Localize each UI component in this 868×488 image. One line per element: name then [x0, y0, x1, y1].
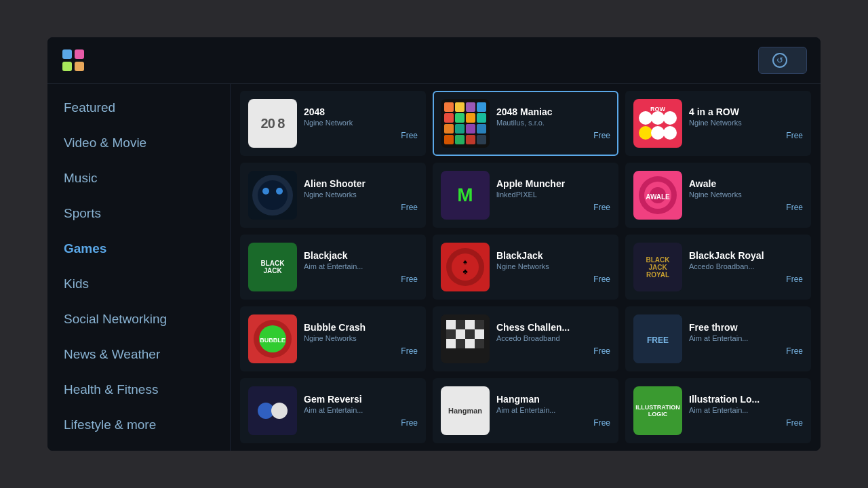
app-developer: Ngine Network — [304, 119, 418, 127]
svg-rect-1 — [75, 49, 84, 59]
app-price: Free — [496, 203, 610, 212]
app-card-app-blackjack-royal[interactable]: BLACKJACKROYAL BlackJack Royal Accedo Br… — [625, 235, 811, 300]
sidebar: FeaturedVideo & MovieMusicSportsGamesKid… — [47, 84, 231, 451]
app-developer: Mautilus, s.r.o. — [496, 119, 610, 127]
app-info: Apple Muncher linkedPIXEL Free — [496, 178, 610, 212]
app-info: 4 in a ROW Ngine Networks Free — [689, 106, 803, 140]
svg-text:ROW: ROW — [650, 106, 666, 113]
app-info: Free throw Aim at Entertain... Free — [689, 322, 803, 356]
app-price: Free — [304, 346, 418, 356]
svg-rect-35 — [446, 339, 456, 348]
svg-rect-32 — [456, 329, 465, 339]
app-price: Free — [304, 131, 418, 140]
app-card-app-alien[interactable]: Alien Shooter Ngine Networks Free — [240, 163, 426, 228]
app-card-app-blackjack-red[interactable]: ♠♣ BlackJack Ngine Networks Free — [433, 235, 618, 300]
svg-rect-2 — [62, 62, 72, 71]
app-card-app-hangman[interactable]: Hangman Hangman Aim at Entertain... Free — [433, 378, 618, 443]
sidebar-item-lifestyle[interactable]: Lifestyle & more — [47, 408, 230, 442]
app-developer: Ngine Networks — [496, 262, 610, 270]
app-card-app-blackjack-green[interactable]: BLACKJACK Blackjack Aim at Entertain... … — [240, 235, 426, 300]
apps-grid: 20 8 2048 Ngine Network Free 2048 Maniac… — [240, 91, 811, 443]
svg-point-9 — [663, 126, 677, 140]
app-card-app-freethrow[interactable]: FREE Free throw Aim at Entertain... Free — [625, 306, 811, 371]
app-price: Free — [304, 418, 418, 428]
app-price: Free — [689, 346, 803, 356]
app-card-app-illustration[interactable]: ILLUSTRATIONLOGIC Illustration Lo... Aim… — [625, 378, 811, 443]
app-card-app-gemreversi[interactable]: Gem Reversi Aim at Entertain... Free — [240, 378, 426, 443]
svg-point-4 — [639, 111, 652, 125]
app-card-app-chess[interactable]: Chess Challen... Accedo Broadband Free — [433, 306, 618, 371]
svg-point-43 — [271, 403, 288, 419]
sidebar-item-social-networking[interactable]: Social Networking — [47, 302, 230, 336]
app-card-app-2048[interactable]: 20 8 2048 Ngine Network Free — [240, 91, 426, 156]
app-info: BlackJack Royal Accedo Broadban... Free — [689, 250, 803, 284]
app-info: Chess Challen... Accedo Broadband Free — [496, 322, 610, 356]
app-developer: Ngine Networks — [689, 190, 803, 199]
svg-text:FREE: FREE — [647, 336, 669, 345]
return-button[interactable]: ↺ — [758, 47, 807, 74]
svg-point-8 — [651, 126, 665, 140]
app-name: BlackJack Royal — [689, 250, 803, 261]
sidebar-item-kids[interactable]: Kids — [47, 267, 230, 301]
app-info: 2048 Ngine Network Free — [304, 106, 418, 140]
app-developer: Ngine Networks — [689, 119, 803, 127]
svg-rect-29 — [465, 320, 475, 329]
app-name: Chess Challen... — [496, 322, 610, 333]
app-price: Free — [689, 203, 803, 212]
app-developer: Aim at Entertain... — [496, 406, 610, 414]
app-name: Illustration Lo... — [689, 394, 803, 405]
app-info: BlackJack Ngine Networks Free — [496, 250, 610, 284]
app-name: BlackJack — [496, 250, 610, 261]
svg-rect-36 — [456, 339, 465, 348]
apps-area[interactable]: 20 8 2048 Ngine Network Free 2048 Maniac… — [231, 84, 821, 451]
app-info: Hangman Aim at Entertain... Free — [496, 394, 610, 428]
app-name: Apple Muncher — [496, 178, 610, 189]
app-developer: Ngine Networks — [304, 334, 418, 342]
app-price: Free — [304, 203, 418, 212]
svg-point-12 — [258, 180, 288, 210]
app-price: Free — [496, 131, 610, 140]
svg-rect-38 — [475, 339, 484, 348]
app-info: Gem Reversi Aim at Entertain... Free — [304, 394, 418, 428]
svg-rect-33 — [465, 329, 475, 339]
app-price: Free — [496, 346, 610, 356]
svg-text:♣: ♣ — [462, 267, 467, 275]
header: ↺ — [47, 37, 821, 84]
return-icon: ↺ — [772, 53, 787, 68]
app-info: Alien Shooter Ngine Networks Free — [304, 178, 418, 212]
sidebar-item-games[interactable]: Games — [47, 232, 230, 266]
svg-rect-30 — [475, 320, 484, 329]
app-info: 2048 Maniac Mautilus, s.r.o. Free — [496, 106, 610, 140]
sidebar-item-news-weather[interactable]: News & Weather — [47, 338, 230, 371]
svg-point-7 — [639, 126, 652, 140]
app-card-app-apple[interactable]: M Apple Muncher linkedPIXEL Free — [433, 163, 618, 228]
sidebar-item-featured[interactable]: Featured — [47, 91, 230, 125]
app-card-app-bubble[interactable]: BUBBLE Bubble Crash Ngine Networks Free — [240, 306, 426, 371]
sidebar-item-video-movie[interactable]: Video & Movie — [47, 126, 230, 160]
svg-point-13 — [262, 188, 269, 195]
svg-rect-34 — [475, 329, 484, 339]
app-card-app-awale[interactable]: AWALE Awale Ngine Networks Free — [625, 163, 811, 228]
sidebar-item-sports[interactable]: Sports — [47, 197, 230, 230]
app-name: Awale — [689, 178, 803, 189]
sidebar-item-music[interactable]: Music — [47, 161, 230, 195]
app-name: 2048 Maniac — [496, 106, 610, 117]
app-name: Free throw — [689, 322, 803, 333]
svg-point-14 — [276, 188, 283, 195]
app-name: Gem Reversi — [304, 394, 418, 405]
app-name: 4 in a ROW — [689, 106, 803, 117]
svg-rect-3 — [75, 62, 84, 71]
app-developer: Aim at Entertain... — [689, 406, 803, 414]
svg-text:♠: ♠ — [463, 258, 467, 266]
app-card-app-4inarow[interactable]: ROW 4 in a ROW Ngine Networks Free — [625, 91, 811, 156]
svg-rect-37 — [465, 339, 475, 348]
app-name: Hangman — [496, 394, 610, 405]
app-price: Free — [689, 131, 803, 140]
svg-point-5 — [651, 111, 665, 125]
app-info: Illustration Lo... Aim at Entertain... F… — [689, 394, 803, 428]
app-card-app-2048-maniac[interactable]: 2048 Maniac Mautilus, s.r.o. Free — [433, 91, 618, 156]
svg-text:BUBBLE: BUBBLE — [260, 337, 285, 344]
app-name: Alien Shooter — [304, 178, 418, 189]
sidebar-item-health-fitness[interactable]: Health & Fitness — [47, 373, 230, 407]
app-info: Awale Ngine Networks Free — [689, 178, 803, 212]
